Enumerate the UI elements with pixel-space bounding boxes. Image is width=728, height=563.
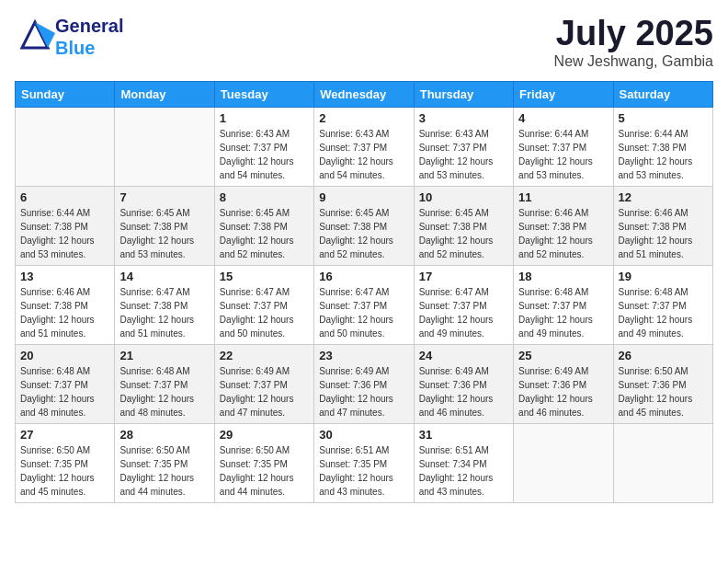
calendar-cell: 20Sunrise: 6:48 AMSunset: 7:37 PMDayligh… xyxy=(16,344,115,423)
weekday-header-sunday: Sunday xyxy=(16,81,115,107)
day-info: Sunrise: 6:44 AMSunset: 7:37 PMDaylight:… xyxy=(518,127,608,182)
calendar-week-row: 1Sunrise: 6:43 AMSunset: 7:37 PMDaylight… xyxy=(16,107,713,186)
calendar-cell: 28Sunrise: 6:50 AMSunset: 7:35 PMDayligh… xyxy=(115,423,214,502)
day-number: 4 xyxy=(518,111,608,125)
day-info: Sunrise: 6:50 AMSunset: 7:35 PMDaylight:… xyxy=(119,443,209,499)
day-info: Sunrise: 6:50 AMSunset: 7:35 PMDaylight:… xyxy=(220,443,309,499)
weekday-header-tuesday: Tuesday xyxy=(214,81,313,107)
weekday-header-thursday: Thursday xyxy=(414,81,513,107)
calendar-cell: 27Sunrise: 6:50 AMSunset: 7:35 PMDayligh… xyxy=(16,423,115,502)
calendar-cell: 7Sunrise: 6:45 AMSunset: 7:38 PMDaylight… xyxy=(115,186,214,265)
calendar-week-row: 6Sunrise: 6:44 AMSunset: 7:38 PMDaylight… xyxy=(16,186,713,265)
day-info: Sunrise: 6:45 AMSunset: 7:38 PMDaylight:… xyxy=(119,206,209,261)
month-title: July 2025 xyxy=(554,15,713,53)
calendar-cell: 31Sunrise: 6:51 AMSunset: 7:34 PMDayligh… xyxy=(414,423,513,502)
weekday-header-row: SundayMondayTuesdayWednesdayThursdayFrid… xyxy=(16,81,713,107)
day-number: 18 xyxy=(518,270,608,283)
day-info: Sunrise: 6:45 AMSunset: 7:38 PMDaylight:… xyxy=(220,206,309,261)
day-info: Sunrise: 6:43 AMSunset: 7:37 PMDaylight:… xyxy=(319,127,408,182)
calendar-week-row: 27Sunrise: 6:50 AMSunset: 7:35 PMDayligh… xyxy=(16,423,713,502)
calendar-cell: 30Sunrise: 6:51 AMSunset: 7:35 PMDayligh… xyxy=(314,423,414,502)
day-info: Sunrise: 6:43 AMSunset: 7:37 PMDaylight:… xyxy=(419,127,508,182)
weekday-header-saturday: Saturday xyxy=(613,81,712,107)
day-number: 21 xyxy=(119,349,209,362)
day-number: 20 xyxy=(20,349,109,362)
page-header: General Blue July 2025 New Jeshwang, Gam… xyxy=(15,15,713,70)
calendar-cell: 24Sunrise: 6:49 AMSunset: 7:36 PMDayligh… xyxy=(414,344,513,423)
calendar-cell xyxy=(613,423,712,502)
calendar-cell: 8Sunrise: 6:45 AMSunset: 7:38 PMDaylight… xyxy=(214,186,313,265)
day-info: Sunrise: 6:48 AMSunset: 7:37 PMDaylight:… xyxy=(619,285,708,340)
day-number: 31 xyxy=(419,428,508,442)
weekday-header-friday: Friday xyxy=(514,81,613,107)
day-number: 15 xyxy=(220,270,309,283)
calendar-cell: 12Sunrise: 6:46 AMSunset: 7:38 PMDayligh… xyxy=(613,186,712,265)
day-info: Sunrise: 6:50 AMSunset: 7:36 PMDaylight:… xyxy=(619,364,708,419)
calendar-cell: 23Sunrise: 6:49 AMSunset: 7:36 PMDayligh… xyxy=(314,344,414,423)
day-info: Sunrise: 6:48 AMSunset: 7:37 PMDaylight:… xyxy=(119,364,209,419)
calendar-cell: 3Sunrise: 6:43 AMSunset: 7:37 PMDaylight… xyxy=(414,107,513,186)
day-info: Sunrise: 6:43 AMSunset: 7:37 PMDaylight:… xyxy=(220,127,309,182)
day-number: 24 xyxy=(419,349,508,362)
day-number: 30 xyxy=(319,428,408,442)
day-info: Sunrise: 6:46 AMSunset: 7:38 PMDaylight:… xyxy=(619,206,708,261)
day-info: Sunrise: 6:45 AMSunset: 7:38 PMDaylight:… xyxy=(419,206,508,261)
weekday-header-wednesday: Wednesday xyxy=(314,81,414,107)
calendar-cell: 1Sunrise: 6:43 AMSunset: 7:37 PMDaylight… xyxy=(214,107,313,186)
day-number: 28 xyxy=(119,428,209,442)
day-number: 11 xyxy=(518,190,608,204)
calendar-cell: 21Sunrise: 6:48 AMSunset: 7:37 PMDayligh… xyxy=(115,344,214,423)
calendar-cell: 11Sunrise: 6:46 AMSunset: 7:38 PMDayligh… xyxy=(514,186,613,265)
day-number: 13 xyxy=(20,270,109,283)
day-info: Sunrise: 6:49 AMSunset: 7:36 PMDaylight:… xyxy=(319,364,408,419)
day-info: Sunrise: 6:51 AMSunset: 7:35 PMDaylight:… xyxy=(319,443,408,499)
day-info: Sunrise: 6:49 AMSunset: 7:36 PMDaylight:… xyxy=(419,364,508,419)
day-info: Sunrise: 6:48 AMSunset: 7:37 PMDaylight:… xyxy=(518,285,608,340)
day-info: Sunrise: 6:51 AMSunset: 7:34 PMDaylight:… xyxy=(419,443,508,499)
calendar-cell: 16Sunrise: 6:47 AMSunset: 7:37 PMDayligh… xyxy=(314,265,414,344)
day-number: 29 xyxy=(220,428,309,442)
day-info: Sunrise: 6:48 AMSunset: 7:37 PMDaylight:… xyxy=(20,364,109,419)
day-number: 26 xyxy=(619,349,708,362)
day-number: 7 xyxy=(119,190,209,204)
logo-general: General xyxy=(55,15,123,37)
day-info: Sunrise: 6:46 AMSunset: 7:38 PMDaylight:… xyxy=(518,206,608,261)
day-number: 3 xyxy=(419,111,508,125)
logo-graphic xyxy=(15,15,55,59)
day-number: 8 xyxy=(220,190,309,204)
location: New Jeshwang, Gambia xyxy=(554,53,713,70)
calendar-cell: 29Sunrise: 6:50 AMSunset: 7:35 PMDayligh… xyxy=(214,423,313,502)
day-info: Sunrise: 6:46 AMSunset: 7:38 PMDaylight:… xyxy=(20,285,109,340)
calendar-cell: 9Sunrise: 6:45 AMSunset: 7:38 PMDaylight… xyxy=(314,186,414,265)
title-block: July 2025 New Jeshwang, Gambia xyxy=(554,15,713,70)
day-info: Sunrise: 6:47 AMSunset: 7:37 PMDaylight:… xyxy=(220,285,309,340)
day-number: 9 xyxy=(319,190,408,204)
logo: General Blue xyxy=(15,15,123,59)
calendar-cell: 10Sunrise: 6:45 AMSunset: 7:38 PMDayligh… xyxy=(414,186,513,265)
calendar-cell: 4Sunrise: 6:44 AMSunset: 7:37 PMDaylight… xyxy=(514,107,613,186)
calendar-cell: 25Sunrise: 6:49 AMSunset: 7:36 PMDayligh… xyxy=(514,344,613,423)
day-number: 25 xyxy=(518,349,608,362)
day-info: Sunrise: 6:47 AMSunset: 7:37 PMDaylight:… xyxy=(419,285,508,340)
calendar-cell: 22Sunrise: 6:49 AMSunset: 7:37 PMDayligh… xyxy=(214,344,313,423)
day-number: 16 xyxy=(319,270,408,283)
day-info: Sunrise: 6:49 AMSunset: 7:37 PMDaylight:… xyxy=(220,364,309,419)
day-info: Sunrise: 6:49 AMSunset: 7:36 PMDaylight:… xyxy=(518,364,608,419)
day-info: Sunrise: 6:47 AMSunset: 7:38 PMDaylight:… xyxy=(119,285,209,340)
calendar-cell xyxy=(115,107,214,186)
day-number: 19 xyxy=(619,270,708,283)
calendar-cell: 17Sunrise: 6:47 AMSunset: 7:37 PMDayligh… xyxy=(414,265,513,344)
day-info: Sunrise: 6:50 AMSunset: 7:35 PMDaylight:… xyxy=(20,443,109,499)
calendar-cell: 15Sunrise: 6:47 AMSunset: 7:37 PMDayligh… xyxy=(214,265,313,344)
day-info: Sunrise: 6:47 AMSunset: 7:37 PMDaylight:… xyxy=(319,285,408,340)
day-number: 10 xyxy=(419,190,508,204)
day-number: 6 xyxy=(20,190,109,204)
calendar-week-row: 20Sunrise: 6:48 AMSunset: 7:37 PMDayligh… xyxy=(16,344,713,423)
calendar-cell: 14Sunrise: 6:47 AMSunset: 7:38 PMDayligh… xyxy=(115,265,214,344)
day-number: 14 xyxy=(119,270,209,283)
logo-blue: Blue xyxy=(55,37,123,59)
day-number: 5 xyxy=(619,111,708,125)
day-number: 12 xyxy=(619,190,708,204)
day-number: 17 xyxy=(419,270,508,283)
calendar-cell: 2Sunrise: 6:43 AMSunset: 7:37 PMDaylight… xyxy=(314,107,414,186)
